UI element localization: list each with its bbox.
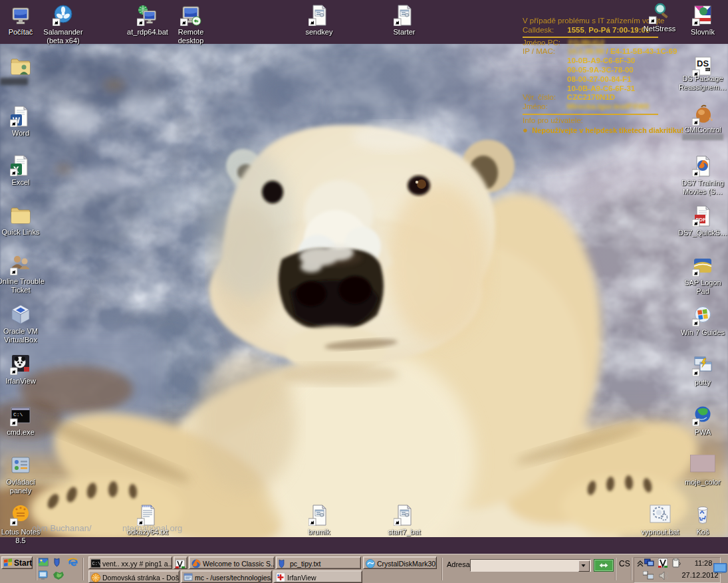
svg-text:DS: DS (697, 58, 709, 68)
svg-text:C:\: C:\ (13, 411, 23, 417)
svg-text:C:\: C:\ (92, 561, 101, 566)
